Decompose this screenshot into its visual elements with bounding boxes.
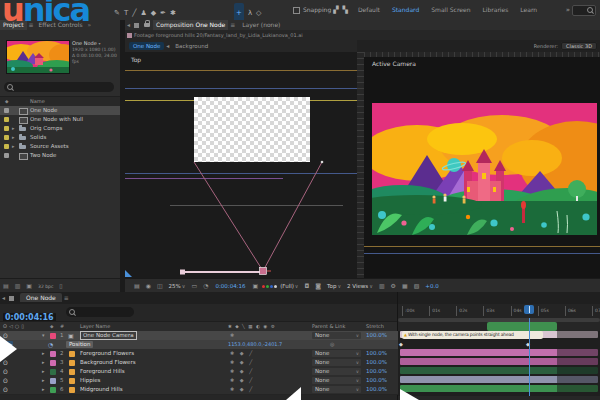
eye-icon[interactable]: ʘ [3,376,8,385]
timeline-nav-icon[interactable]: ▦ [402,282,408,289]
layer-name[interactable]: Foreground Flowers [80,349,134,358]
twirl-icon[interactable]: ▸ [42,349,45,358]
create-folder-icon[interactable]: ▥ [15,282,21,289]
project-item-one-node[interactable]: One Node [0,106,120,115]
layer-row-midground-hills[interactable]: ʘ ▸ 6 Midground Hills ✱ ◆ ╱ None∨ 100.0% [0,385,398,395]
parent-column-header[interactable]: Parent & Link [312,322,345,331]
mask-visibility-icon[interactable]: ◔ [203,282,208,289]
parent-select[interactable]: None∨ [312,386,361,393]
snapping-toggle[interactable]: Snapping▞▚ [293,0,350,20]
workspace-learn[interactable]: Learn [520,0,537,20]
parent-select[interactable]: None∨ [312,377,361,384]
property-value[interactable]: 1153.0,480.0,-2401.7 [228,340,282,349]
label-color[interactable] [50,369,56,375]
viewport-top-view[interactable]: Top [125,52,357,278]
stretch-column-header[interactable]: Stretch [366,322,384,331]
link-icon[interactable]: ◎ [330,340,334,349]
project-item-solids[interactable]: ▸ Solids [0,133,120,142]
layer-name[interactable]: Hippies [80,376,100,385]
snap-option-a-icon[interactable]: ▞ [333,0,338,20]
name-column-header[interactable]: Name [30,97,45,106]
tab-layer[interactable]: Layer (none) [239,20,283,30]
snapshot-icon[interactable]: ▤ [134,282,140,289]
twirl-icon[interactable]: ▾ [42,331,45,340]
project-search-input[interactable] [4,82,114,92]
layer-switches[interactable]: ✱ ◆ ╱ [230,367,254,376]
create-comp-icon[interactable]: ▣ [26,282,32,289]
transparency-grid-icon[interactable]: ◙ [315,282,321,289]
parent-select[interactable]: None∨ [312,359,361,366]
trash-icon[interactable]: ▯ [59,282,62,289]
pixel-aspect-icon[interactable]: ▥ [379,282,385,289]
layer-name[interactable]: One Node Camera [80,331,137,340]
playhead[interactable] [524,305,534,314]
layer-bar-foreground-hills[interactable] [400,367,598,374]
menu-icon[interactable]: ≡ [230,21,235,28]
current-time[interactable]: 0:00:04:16 [215,283,245,289]
project-item-two-node[interactable]: Two Node [0,151,120,160]
eye-icon[interactable]: ʘ [3,385,8,394]
layer-switches[interactable]: ✱ ◆ ╱ [230,358,254,367]
view-select[interactable]: Top∨ [327,283,341,289]
layer-bar-background-flowers[interactable] [400,358,598,365]
zoom-select[interactable]: 25%∨ [169,283,186,289]
layer-bar-midground-hills[interactable] [400,385,598,392]
stretch-value[interactable]: 100.0% [366,385,387,394]
stretch-value[interactable]: 100.0% [366,367,387,376]
parent-select[interactable]: None∨ [312,332,361,339]
label-color[interactable] [50,351,56,357]
work-area-highlight[interactable] [487,322,557,331]
current-timecode[interactable]: 0:00:04:16 00112 (24.00 fps) [3,305,61,321]
layer-name[interactable]: Midground Hills [80,385,123,394]
region-of-interest-icon[interactable]: ◘ [305,282,310,289]
snapshot-camera-icon[interactable]: ▣ [252,282,258,289]
workspace-default[interactable]: Default [358,0,380,20]
views-layout-select[interactable]: 2 Views∨ [347,283,373,289]
flowchart-icon[interactable]: ▧ [414,282,420,289]
label-color[interactable] [50,333,56,339]
workspace-standard[interactable]: Standard [392,0,419,20]
workspace-small-screen[interactable]: Small Screen [431,0,470,20]
label-color[interactable] [4,144,9,149]
stretch-value[interactable]: 100.0% [366,349,387,358]
twirl-icon[interactable]: ▸ [12,142,15,151]
twirl-icon[interactable]: ▸ [42,367,45,376]
channel-icon[interactable]: ◉ [146,282,151,289]
label-color[interactable] [4,135,9,140]
project-thumbnail[interactable] [6,40,70,74]
project-item-orig-comps[interactable]: ▸ Orig Comps [0,124,120,133]
label-color[interactable] [50,387,56,393]
eye-icon[interactable]: ʘ [3,367,8,376]
lock-icon[interactable] [144,23,150,27]
layer-name[interactable]: Foreground Hills [80,367,125,376]
property-name[interactable]: Position [66,341,93,348]
snap-option-b-icon[interactable]: ▚ [343,0,348,20]
layer-marker[interactable]: ▲With single node, the camera points str… [402,331,543,339]
twirl-icon[interactable]: ▸ [42,376,45,385]
viewport-active-camera[interactable]: Active Camera [364,52,600,278]
layer-name[interactable]: Background Flowers [80,358,136,367]
viewport-corner-grip[interactable] [125,270,132,277]
interpret-footage-icon[interactable]: ▤ [3,282,9,289]
menu-icon[interactable]: ≡ [64,294,69,301]
breadcrumb-other[interactable]: Background [171,42,212,50]
workspace-overflow[interactable]: » [566,0,570,20]
project-item-one-node-with-null[interactable]: One Node with Null [0,115,120,124]
stopwatch-icon[interactable]: ◔ [48,340,53,349]
snapping-checkbox[interactable] [293,7,300,14]
layer-switches[interactable]: ✱ [230,331,236,340]
guides-icon[interactable]: ▭ [192,282,198,289]
twirl-icon[interactable]: ▸ [42,385,45,394]
stretch-value[interactable]: 100.0% [366,376,387,385]
layer-bar-hippies[interactable] [400,376,598,383]
layer-switches[interactable]: ✱ ◆ ╱ [230,376,254,385]
label-color[interactable] [4,126,9,131]
renderer-control[interactable]: Renderer:Classic 3D [534,41,597,51]
timeline-search-input[interactable] [66,307,134,317]
layer-switches[interactable]: ✱ ◆ ╱ [230,349,254,358]
label-color[interactable] [4,117,9,122]
layer-switches[interactable]: ✱ ◆ ╱ [230,385,254,394]
workspace-libraries[interactable]: Libraries [482,0,508,20]
back-icon[interactable]: ◂ [127,21,130,28]
bpc-indicator[interactable]: 32 bpc [38,284,53,289]
